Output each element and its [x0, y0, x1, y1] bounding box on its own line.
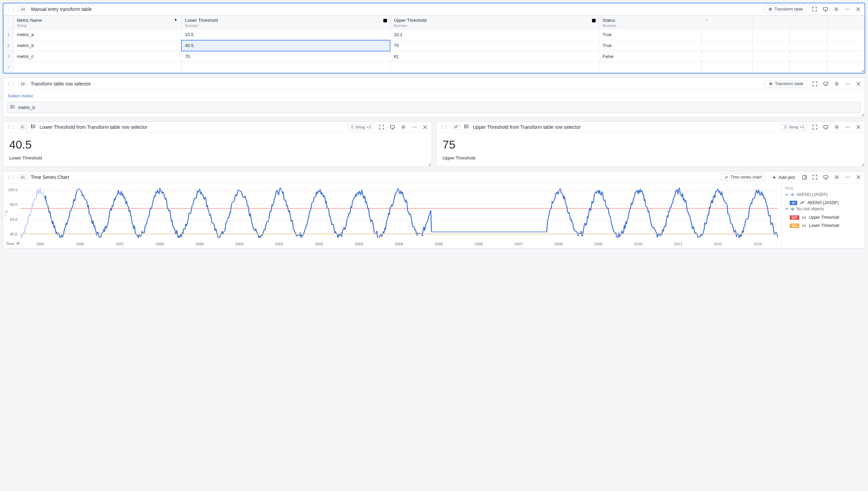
close-icon[interactable] — [422, 124, 428, 130]
gear-icon[interactable] — [833, 6, 839, 12]
x-tick: 2010 — [618, 242, 658, 246]
panel-toggle-icon[interactable] — [802, 174, 807, 180]
column-header-upper-threshold[interactable]: Upper Threshold Number — [390, 16, 599, 29]
more-icon[interactable] — [411, 124, 417, 130]
empty-cell[interactable] — [753, 40, 790, 51]
drag-handle-icon[interactable]: ⋮⋮ — [6, 124, 15, 130]
type-badge[interactable]: String +3 — [347, 124, 374, 130]
more-icon[interactable] — [844, 6, 850, 12]
gear-icon[interactable] — [400, 124, 406, 130]
transform-table-button[interactable]: Transform table — [765, 5, 807, 13]
close-icon[interactable] — [855, 124, 862, 130]
present-icon[interactable] — [823, 174, 829, 180]
fullscreen-icon[interactable] — [812, 124, 818, 130]
card-title[interactable]: Manual entry transform table — [31, 6, 92, 12]
resize-handle-icon[interactable]: ◢ — [428, 162, 431, 166]
empty-cell[interactable] — [390, 62, 599, 73]
column-header-status[interactable]: Status Boolean — [599, 16, 702, 29]
fullscreen-icon[interactable] — [812, 174, 818, 180]
close-icon[interactable] — [855, 174, 862, 180]
column-header-metric-name[interactable]: Metric Name String — [13, 16, 181, 29]
fullscreen-icon[interactable] — [811, 6, 818, 12]
empty-cell[interactable] — [827, 51, 865, 62]
card-title[interactable]: Upper Threshold from Transform table row… — [473, 124, 580, 130]
chart-area[interactable]: °F 40.060.080.0100.0 1995199619971998199… — [3, 183, 782, 248]
table-cell[interactable]: True — [599, 40, 702, 51]
plots-group-no-root[interactable]: No root objects — [785, 206, 862, 211]
transform-table-button[interactable]: Transform table — [765, 80, 807, 88]
resize-handle-icon[interactable]: ◢ — [861, 68, 864, 72]
gear-icon[interactable] — [834, 124, 840, 130]
present-icon[interactable] — [823, 81, 829, 87]
add-column-button[interactable]: + — [702, 16, 753, 29]
chevron-down-icon[interactable] — [383, 18, 387, 24]
table-cell[interactable]: True — [599, 29, 702, 40]
drag-handle-icon[interactable]: ⋮⋮ — [7, 6, 15, 12]
empty-cell[interactable] — [827, 29, 865, 40]
empty-cell[interactable] — [702, 62, 753, 73]
empty-cell[interactable] — [702, 40, 753, 51]
plot-area[interactable] — [20, 186, 778, 238]
plot-item-lower-threshold[interactable]: $DG ƒx Lower Threshold — [785, 221, 862, 230]
empty-cell[interactable] — [790, 51, 827, 62]
empty-cell[interactable] — [753, 51, 790, 62]
drag-handle-icon[interactable]: ⋮⋮ — [6, 174, 15, 180]
empty-cell[interactable] — [827, 62, 865, 73]
table-cell[interactable]: 20.1 — [390, 29, 599, 40]
chart-type-button[interactable]: Time series chart — [721, 173, 766, 181]
table-cell[interactable]: 75 — [390, 40, 599, 51]
plot-item-akeno[interactable]: $H AKENO (JASDF) — [785, 199, 862, 206]
table-cell[interactable]: 40.5 — [181, 40, 390, 51]
empty-cell[interactable] — [790, 62, 827, 73]
metric-select[interactable]: metric_b — [7, 102, 861, 113]
table-cell[interactable]: 15.5 — [181, 29, 390, 40]
type-badge[interactable]: String +3 — [781, 124, 807, 130]
table-cell[interactable]: metric_a — [13, 29, 181, 40]
row-number[interactable]: 3 — [4, 51, 14, 62]
fullscreen-icon[interactable] — [379, 124, 385, 130]
empty-cell[interactable] — [13, 62, 181, 73]
empty-cell[interactable] — [827, 40, 865, 51]
present-icon[interactable] — [823, 124, 829, 130]
plot-item-upper-threshold[interactable]: $DF ƒx Upper Threshold — [785, 213, 862, 221]
empty-cell[interactable] — [702, 51, 753, 62]
fullscreen-icon[interactable] — [812, 81, 818, 87]
add-plot-button[interactable]: Add plot — [770, 174, 797, 181]
column-header-lower-threshold[interactable]: Lower Threshold Number — [181, 16, 390, 29]
empty-cell[interactable] — [753, 29, 790, 40]
empty-cell[interactable] — [181, 62, 390, 73]
drag-handle-icon[interactable]: ⋮⋮ — [6, 81, 15, 87]
empty-cell[interactable] — [702, 29, 753, 40]
empty-cell[interactable] — [753, 62, 790, 73]
card-title[interactable]: Time Series Chart — [31, 174, 69, 180]
present-icon[interactable] — [822, 6, 829, 12]
close-icon[interactable] — [855, 6, 861, 12]
card-title[interactable]: Transform table row selector — [31, 81, 91, 87]
table-cell[interactable]: metric_b — [13, 40, 181, 51]
chevron-down-icon[interactable] — [592, 18, 596, 24]
empty-cell[interactable] — [790, 29, 827, 40]
more-icon[interactable] — [845, 174, 851, 180]
present-icon[interactable] — [389, 124, 396, 130]
add-row-button[interactable]: + — [4, 62, 14, 73]
gear-icon[interactable] — [834, 81, 840, 87]
row-number[interactable]: 2 — [4, 40, 14, 51]
empty-cell[interactable] — [599, 62, 702, 73]
gear-icon[interactable] — [834, 174, 840, 180]
more-icon[interactable] — [845, 124, 851, 130]
resize-handle-icon[interactable]: ◢ — [862, 162, 864, 166]
card-title[interactable]: Lower Threshold from Transform table row… — [39, 124, 147, 130]
gridline — [20, 234, 778, 234]
close-icon[interactable] — [855, 81, 862, 87]
resize-handle-icon[interactable]: ◢ — [862, 112, 864, 116]
row-number[interactable]: 1 — [4, 29, 14, 40]
gear-icon[interactable] — [16, 241, 20, 246]
empty-cell[interactable] — [790, 40, 827, 51]
table-cell[interactable]: False — [599, 51, 702, 62]
table-cell[interactable]: 81 — [390, 51, 599, 62]
table-cell[interactable]: metric_c — [13, 51, 181, 62]
plots-group-akeno[interactable]: AKENO (JASDF) — [785, 192, 862, 197]
more-icon[interactable] — [845, 81, 851, 87]
table-cell[interactable]: 70 — [181, 51, 390, 62]
drag-handle-icon[interactable]: ⋮⋮ — [440, 124, 448, 130]
